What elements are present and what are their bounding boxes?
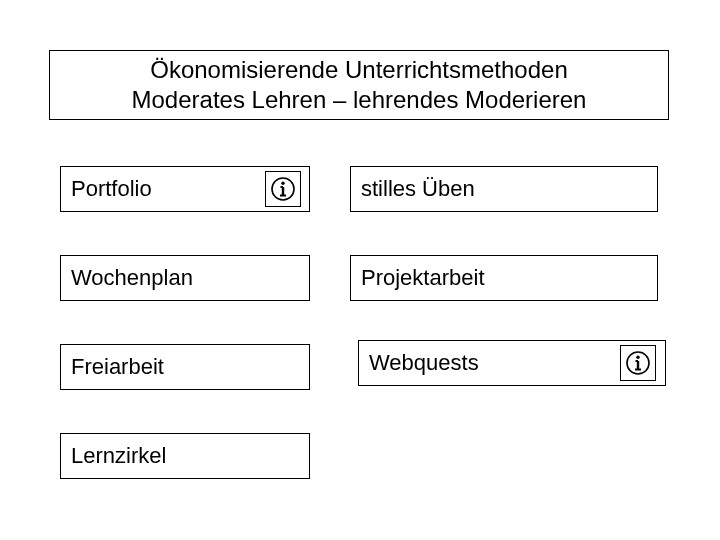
- box-lernzirkel: Lernzirkel: [60, 433, 310, 479]
- svg-point-6: [636, 356, 639, 359]
- label-lernzirkel: Lernzirkel: [71, 443, 166, 469]
- label-portfolio: Portfolio: [71, 176, 152, 202]
- info-icon[interactable]: [265, 171, 301, 207]
- diagram-canvas: Ökonomisierende Unterrichtsmethoden Mode…: [0, 0, 720, 540]
- svg-point-1: [281, 182, 284, 185]
- title-box: Ökonomisierende Unterrichtsmethoden Mode…: [49, 50, 669, 120]
- box-projektarbeit: Projektarbeit: [350, 255, 658, 301]
- title-line-2: Moderates Lehren – lehrendes Moderieren: [50, 85, 668, 115]
- box-freiarbeit: Freiarbeit: [60, 344, 310, 390]
- label-wochenplan: Wochenplan: [71, 265, 193, 291]
- info-icon[interactable]: [620, 345, 656, 381]
- box-stilles-ueben: stilles Üben: [350, 166, 658, 212]
- label-webquests: Webquests: [369, 350, 479, 376]
- title-line-1: Ökonomisierende Unterrichtsmethoden: [50, 55, 668, 85]
- label-freiarbeit: Freiarbeit: [71, 354, 164, 380]
- label-projektarbeit: Projektarbeit: [361, 265, 485, 291]
- label-stilles-ueben: stilles Üben: [361, 176, 475, 202]
- box-wochenplan: Wochenplan: [60, 255, 310, 301]
